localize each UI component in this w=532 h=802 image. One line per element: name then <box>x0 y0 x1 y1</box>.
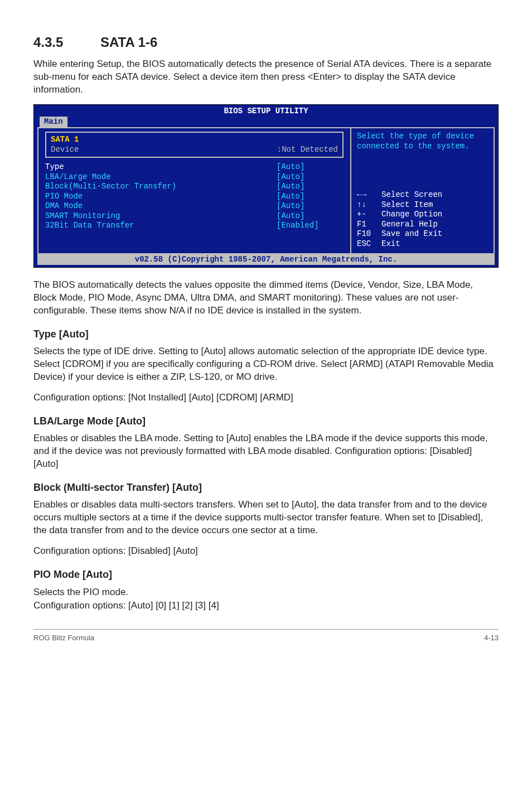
bios-option-label: Block(Multi-Sector Transfer) <box>45 182 277 192</box>
bios-panel-title: SATA 1 <box>51 135 338 145</box>
lba-heading: LBA/Large Mode [Auto] <box>33 414 499 428</box>
section-heading: 4.3.5SATA 1-6 <box>33 33 499 51</box>
bios-option-value: [Auto] <box>277 162 344 172</box>
type-heading: Type [Auto] <box>33 327 499 341</box>
after-bios-paragraph: The BIOS automatically detects the value… <box>33 279 499 317</box>
bios-tab-main[interactable]: Main <box>40 117 67 128</box>
bios-nav-action: Exit <box>381 239 400 249</box>
bios-help-text: Select the type of device connected to t… <box>357 132 488 151</box>
bios-title: BIOS SETUP UTILITY <box>34 105 498 117</box>
pio-paragraph-1: Selects the PIO mode. <box>33 586 499 599</box>
page-footer: ROG Blitz Formula 4-13 <box>33 629 499 643</box>
bios-nav-key: ←→ <box>357 190 381 200</box>
bios-nav-row: ←→Select Screen <box>357 190 488 200</box>
bios-option-label: Type <box>45 162 277 172</box>
section-number: 4.3.5 <box>33 33 100 51</box>
bios-nav-row: F1General Help <box>357 220 488 230</box>
bios-option-row[interactable]: LBA/Large Mode[Auto] <box>45 172 344 182</box>
type-paragraph-1: Selects the type of IDE drive. Setting t… <box>33 345 499 384</box>
bios-inner-panel: SATA 1 Device :Not Detected <box>45 132 344 158</box>
bios-nav-key: +- <box>357 210 381 220</box>
bios-device-value: :Not Detected <box>277 145 338 155</box>
bios-option-value: [Enabled] <box>277 221 344 231</box>
bios-right-panel: Select the type of device connected to t… <box>350 127 495 254</box>
bios-option-value: [Auto] <box>277 182 344 192</box>
intro-paragraph: While entering Setup, the BIOS automatic… <box>33 58 499 96</box>
bios-option-label: LBA/Large Mode <box>45 172 277 182</box>
bios-option-row[interactable]: DMA Mode[Auto] <box>45 201 344 211</box>
block-paragraph-2: Configuration options: [Disabled] [Auto] <box>33 545 499 558</box>
bios-nav-action: General Help <box>381 220 438 230</box>
pio-paragraph-2: Configuration options: [Auto] [0] [1] [2… <box>33 600 499 612</box>
bios-option-value: [Auto] <box>277 211 344 221</box>
bios-option-value: [Auto] <box>277 172 344 182</box>
bios-nav-row: +-Change Option <box>357 210 488 220</box>
bios-nav-block: ←→Select Screen ↑↓Select Item +-Change O… <box>357 190 488 249</box>
lba-paragraph: Enables or disables the LBA mode. Settin… <box>33 432 499 471</box>
bios-nav-action: Select Screen <box>381 190 442 200</box>
bios-nav-action: Save and Exit <box>381 229 442 239</box>
pio-heading: PIO Mode [Auto] <box>33 568 499 581</box>
bios-nav-row: ESCExit <box>357 239 488 249</box>
bios-option-row[interactable]: Block(Multi-Sector Transfer)[Auto] <box>45 182 344 192</box>
bios-left-panel: SATA 1 Device :Not Detected Type[Auto] L… <box>37 127 350 254</box>
section-title: SATA 1-6 <box>100 35 157 50</box>
bios-option-label: DMA Mode <box>45 201 277 211</box>
bios-option-row[interactable]: 32Bit Data Transfer[Enabled] <box>45 221 344 231</box>
type-paragraph-2: Configuration options: [Not Installed] [… <box>33 392 499 404</box>
bios-nav-row: ↑↓Select Item <box>357 200 488 210</box>
bios-option-row[interactable]: SMART Monitoring[Auto] <box>45 211 344 221</box>
bios-footer: v02.58 (C)Copyright 1985-2007, American … <box>37 254 495 265</box>
bios-nav-row: F10Save and Exit <box>357 229 488 239</box>
footer-left: ROG Blitz Formula <box>33 633 94 643</box>
bios-nav-action: Change Option <box>381 210 442 220</box>
bios-nav-action: Select Item <box>381 200 433 210</box>
bios-option-label: SMART Monitoring <box>45 211 277 221</box>
footer-right: 4-13 <box>484 633 499 643</box>
bios-nav-key: F10 <box>357 229 381 239</box>
bios-option-row[interactable]: PIO Mode[Auto] <box>45 192 344 202</box>
bios-tab-bar: Main <box>34 117 498 128</box>
bios-option-row[interactable]: Type[Auto] <box>45 162 344 172</box>
block-heading: Block (Multi-sector Transfer) [Auto] <box>33 481 499 494</box>
block-paragraph-1: Enables or disables data multi-sectors t… <box>33 499 499 537</box>
bios-device-row: Device :Not Detected <box>51 145 338 155</box>
bios-nav-key: ↑↓ <box>357 200 381 210</box>
bios-nav-key: F1 <box>357 220 381 230</box>
bios-option-value: [Auto] <box>277 201 344 211</box>
bios-option-value: [Auto] <box>277 192 344 202</box>
bios-option-label: PIO Mode <box>45 192 277 202</box>
bios-screenshot: BIOS SETUP UTILITY Main SATA 1 Device :N… <box>33 104 499 268</box>
bios-nav-key: ESC <box>357 239 381 249</box>
bios-option-label: 32Bit Data Transfer <box>45 221 277 231</box>
